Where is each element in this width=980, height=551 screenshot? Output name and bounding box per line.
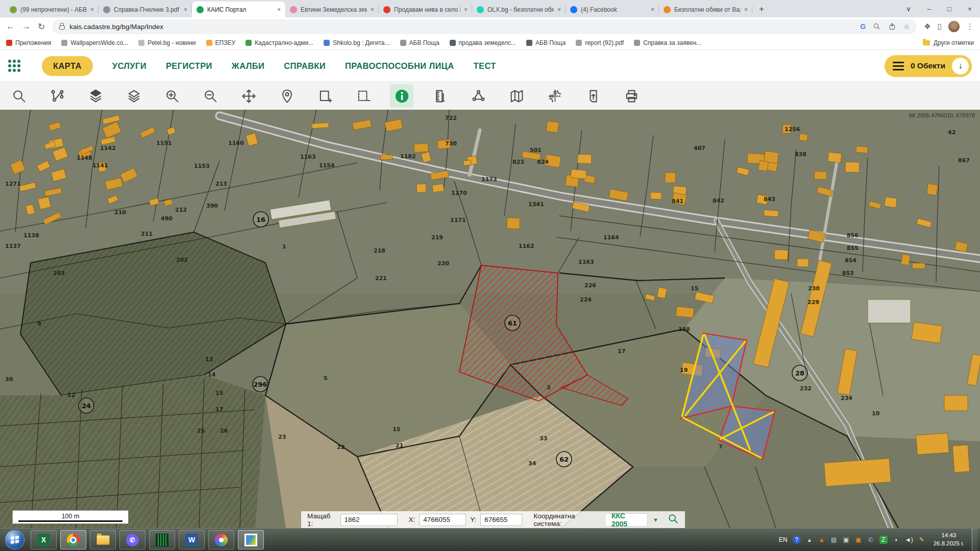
volume-icon[interactable]: ◄): [905, 536, 913, 543]
measure-tool-icon[interactable]: [428, 84, 452, 108]
explorer-app[interactable]: [90, 530, 116, 549]
print-tool-icon[interactable]: [620, 84, 643, 108]
show-desktop-button[interactable]: [972, 529, 977, 551]
select-rect-tool-icon[interactable]: [313, 84, 337, 108]
word-app[interactable]: W: [179, 530, 205, 549]
browser-tab[interactable]: (99 непрочетени) - АБВ по×: [5, 2, 99, 17]
nav-item-тест[interactable]: ТЕСТ: [474, 61, 496, 71]
bookmark-item[interactable]: report (92).pdf: [576, 39, 624, 46]
reload-button[interactable]: ↻: [38, 21, 45, 32]
share-icon[interactable]: [888, 22, 896, 31]
tab-search-icon[interactable]: ∨: [898, 5, 919, 13]
pan-tool-icon[interactable]: [237, 84, 260, 108]
forward-button[interactable]: →: [22, 21, 31, 32]
tab-close-icon[interactable]: ×: [744, 6, 748, 13]
viber-tray-icon[interactable]: ✆: [867, 536, 874, 543]
coords-grid-tool-icon[interactable]: [543, 84, 567, 108]
viber-app[interactable]: ✆: [119, 530, 145, 549]
satellite-icon[interactable]: ◗: [893, 536, 900, 543]
browser-tab[interactable]: Евтини Земеделска земя в×: [285, 2, 379, 17]
cadastral-map[interactable]: 1137113812711141114211481151115311601163…: [0, 110, 980, 528]
hidden-icons-chevron[interactable]: ▴: [806, 536, 813, 543]
excel-app[interactable]: X: [31, 530, 57, 549]
tab-close-icon[interactable]: ×: [651, 6, 654, 13]
bookmark-item[interactable]: АБВ Поща: [526, 39, 566, 46]
objects-download-icon[interactable]: ↓: [952, 58, 969, 74]
lock-icon[interactable]: [59, 26, 65, 30]
deselect-rect-tool-icon[interactable]: [352, 84, 375, 108]
cadastre-app[interactable]: [149, 530, 175, 549]
tab-close-icon[interactable]: ×: [277, 6, 281, 13]
apps-grid-icon[interactable]: [8, 60, 20, 72]
vpn-icon[interactable]: Z: [879, 536, 888, 544]
url-text[interactable]: kais.cadastre.bg/bg/Map/Index: [69, 23, 855, 31]
nav-item-услуги[interactable]: УСЛУГИ: [112, 61, 146, 71]
network-icon[interactable]: ▣: [843, 536, 850, 543]
bookmark-item[interactable]: ЕПЗЕУ: [206, 39, 236, 46]
crs-select[interactable]: ККС 2005: [605, 513, 648, 527]
menu-kebab-icon[interactable]: ⋮: [966, 22, 974, 31]
browser-tab[interactable]: OLX.bg - безплатни обяви×: [472, 2, 566, 17]
map-search-icon[interactable]: [668, 513, 679, 526]
bookmark-item[interactable]: Приложения: [6, 39, 51, 46]
layers-tool-icon[interactable]: [122, 84, 145, 108]
zoom-icon[interactable]: [873, 22, 881, 31]
topology-tool-icon[interactable]: [467, 84, 490, 108]
nav-item-регистри[interactable]: РЕГИСТРИ: [166, 61, 212, 71]
tab-close-icon[interactable]: ×: [90, 6, 94, 13]
route-tool-icon[interactable]: [45, 84, 69, 108]
bookmark-item[interactable]: продава земеделс...: [450, 39, 517, 46]
other-bookmarks[interactable]: Други отметки: [923, 39, 974, 46]
language-indicator[interactable]: EN: [779, 536, 788, 543]
bookmark-item[interactable]: Petel.bg - новини: [138, 39, 195, 46]
avast-icon[interactable]: ▲: [818, 536, 825, 543]
browser-tab[interactable]: (4) Facebook×: [566, 2, 659, 17]
photo-viewer-app[interactable]: [238, 530, 264, 549]
nav-item-справки[interactable]: СПРАВКИ: [284, 61, 326, 71]
crs-dropdown-arrow[interactable]: ▼: [653, 517, 658, 523]
zoom-out-tool-icon[interactable]: [199, 84, 222, 108]
maximize-button[interactable]: □: [939, 5, 960, 13]
y-coordinate-input[interactable]: [480, 514, 522, 526]
nav-item-карта[interactable]: КАРТА: [42, 56, 93, 76]
tab-close-icon[interactable]: ×: [184, 6, 187, 13]
bookmark-item[interactable]: Shkolo.bg : Дигита...: [324, 39, 389, 46]
minimize-button[interactable]: –: [919, 5, 939, 13]
map-viewport[interactable]: 1137113812711141114211481151115311601163…: [0, 110, 980, 528]
browser-tab[interactable]: Продавам нива в село Пч×: [379, 2, 472, 17]
pen-icon[interactable]: ✎: [918, 536, 925, 543]
bookmark-star-icon[interactable]: ☆: [903, 22, 910, 31]
help-icon[interactable]: ?: [793, 536, 801, 544]
updater-icon[interactable]: ▣: [855, 536, 862, 543]
paint-app[interactable]: [208, 530, 234, 549]
profile-avatar[interactable]: [948, 21, 960, 32]
nav-item-правоспособни лица[interactable]: ПРАВОСПОСОБНИ ЛИЦА: [345, 61, 454, 71]
browser-tab[interactable]: Справка-Пчелник 3.pdf×: [99, 2, 192, 17]
google-icon[interactable]: G: [860, 22, 866, 31]
x-coordinate-input[interactable]: [419, 514, 466, 526]
bookmark-item[interactable]: Кадастрално-адми...: [246, 39, 313, 46]
url-field[interactable]: kais.cadastre.bg/bg/Map/Index G ☆: [52, 19, 917, 34]
map-sheet-tool-icon[interactable]: [505, 84, 528, 108]
tab-close-icon[interactable]: ×: [464, 6, 468, 13]
browser-tab[interactable]: Безплатни обяви от Bazar×: [659, 2, 752, 17]
extensions-puzzle-icon[interactable]: ❖: [924, 22, 930, 31]
tab-close-icon[interactable]: ×: [557, 6, 561, 13]
new-tab-button[interactable]: +: [754, 2, 769, 16]
chrome-app[interactable]: [60, 530, 86, 549]
objects-button[interactable]: 0 Обекти ↓: [885, 55, 972, 77]
zoom-in-tool-icon[interactable]: [160, 84, 184, 108]
taskbar-clock[interactable]: 14:43 26.8.2025 г.: [934, 532, 964, 547]
marker-tool-icon[interactable]: [275, 84, 299, 108]
search-tool-icon[interactable]: [7, 84, 31, 108]
nav-item-жалби[interactable]: ЖАЛБИ: [232, 61, 264, 71]
layers-filled-tool-icon[interactable]: [84, 84, 107, 108]
browser-tab[interactable]: КАИС Портал×: [192, 2, 285, 17]
close-button[interactable]: ×: [960, 5, 980, 13]
side-panel-icon[interactable]: ▯: [938, 22, 942, 31]
bookmark-item[interactable]: АБВ Поща: [400, 39, 439, 46]
bookmark-item[interactable]: Справка за заявен...: [634, 39, 701, 46]
bookmark-item[interactable]: WallpapersWide.co...: [61, 39, 128, 46]
info-tool-icon[interactable]: [390, 84, 413, 108]
tab-close-icon[interactable]: ×: [371, 6, 374, 13]
